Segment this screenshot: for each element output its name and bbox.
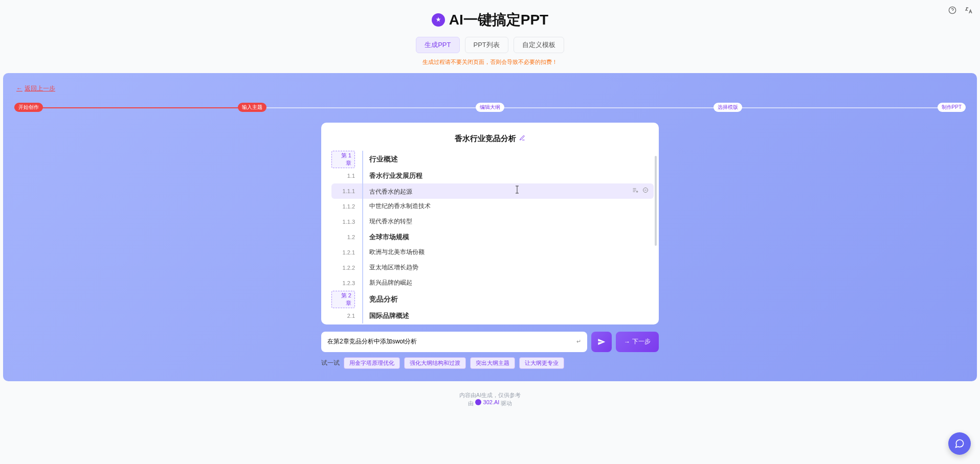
language-icon[interactable]: [963, 4, 975, 16]
prompt-input[interactable]: [327, 332, 576, 352]
edit-title-icon[interactable]: [519, 135, 525, 143]
outline-title: 香水行业竞品分析: [321, 134, 659, 144]
brand-link[interactable]: 302.AI: [475, 399, 500, 405]
step-make: 制作PPT: [938, 103, 966, 112]
row-number: 第 2 章: [331, 291, 362, 308]
outline-row[interactable]: 1.1.2中世纪的香水制造技术: [331, 199, 654, 214]
row-text: 行业概述: [369, 155, 632, 164]
outline-row[interactable]: 1.2.3新兴品牌的崛起: [331, 275, 654, 291]
delete-row-icon[interactable]: [642, 218, 649, 225]
add-row-icon[interactable]: [632, 279, 638, 287]
try-label: 试一试: [321, 359, 340, 367]
delete-row-icon[interactable]: [642, 312, 649, 319]
outline-row[interactable]: 1.1.3现代香水的转型: [331, 214, 654, 229]
row-text: 新兴品牌的崛起: [369, 279, 632, 287]
outline-row[interactable]: 第 2 章竞品分析: [331, 291, 654, 308]
tab-ppt-list[interactable]: PPT列表: [465, 37, 508, 53]
row-text: 中世纪的香水制造技术: [369, 202, 632, 211]
text-cursor-icon: [515, 188, 520, 195]
add-row-icon[interactable]: [632, 264, 638, 271]
suggestion-highlight[interactable]: 突出大纲主题: [470, 357, 515, 369]
add-row-icon[interactable]: [632, 248, 638, 256]
suggestion-structure[interactable]: 强化大纲结构和过渡: [404, 357, 466, 369]
row-text: 亚太地区增长趋势: [369, 263, 632, 272]
tab-generate-ppt[interactable]: 生成PPT: [416, 37, 459, 53]
add-row-icon[interactable]: [632, 295, 638, 303]
outline-row[interactable]: 1.1.1古代香水的起源: [331, 183, 654, 199]
row-text: 国际品牌概述: [369, 311, 632, 320]
outline-row[interactable]: 1.2.2亚太地区增长趋势: [331, 260, 654, 275]
row-number: 1.1.3: [331, 219, 362, 225]
row-text: 全球市场规模: [369, 233, 632, 242]
row-divider: [362, 260, 363, 275]
delete-row-icon[interactable]: [642, 248, 649, 256]
outline-row[interactable]: 1.2.1欧洲与北美市场份额: [331, 245, 654, 260]
row-text: 香水行业发展历程: [369, 171, 632, 180]
back-link[interactable]: ← 返回上一步: [16, 84, 55, 93]
outline-row[interactable]: 1.2全球市场规模: [331, 229, 654, 245]
brand-dot-icon: [475, 399, 481, 405]
add-row-icon[interactable]: [632, 312, 638, 319]
add-row-icon[interactable]: [632, 187, 638, 195]
next-step-button[interactable]: → 下一步: [616, 332, 659, 352]
delete-row-icon[interactable]: [642, 187, 649, 195]
add-row-icon[interactable]: [632, 172, 638, 179]
row-divider: [362, 199, 363, 214]
delete-row-icon[interactable]: [642, 264, 649, 271]
send-button[interactable]: [591, 332, 612, 352]
row-number: 1.1.1: [331, 188, 362, 194]
row-divider: [362, 168, 363, 183]
delete-row-icon[interactable]: [642, 233, 649, 241]
arrow-right-icon: →: [624, 338, 630, 345]
row-divider: [362, 291, 363, 308]
row-divider: [362, 245, 363, 260]
progress-fill: [14, 107, 252, 108]
row-divider: [362, 151, 363, 168]
row-number: 1.1.2: [331, 203, 362, 210]
main-tabs: 生成PPT PPT列表 自定义模板: [0, 37, 980, 53]
row-text: 竞品分析: [369, 295, 632, 304]
row-number: 1.2.1: [331, 249, 362, 256]
step-start: 开始创作: [14, 103, 43, 112]
row-text: 现代香水的转型: [369, 217, 632, 226]
step-topic: 输入主题: [238, 103, 266, 112]
suggestion-pyramid[interactable]: 用金字塔原理优化: [344, 357, 400, 369]
app-logo-icon: [432, 13, 445, 27]
outline-row[interactable]: 第 1 章行业概述: [331, 151, 654, 168]
arrow-left-icon: ←: [16, 85, 23, 92]
row-number: 1.2: [331, 234, 362, 240]
app-title: AI一键搞定PPT: [432, 10, 548, 30]
row-actions: [632, 187, 654, 195]
suggestion-professional[interactable]: 让大纲更专业: [519, 357, 564, 369]
delete-row-icon[interactable]: [642, 155, 649, 163]
outline-list[interactable]: 第 1 章行业概述1.1香水行业发展历程1.1.1古代香水的起源1.1.2中世纪…: [321, 151, 659, 324]
row-text: 欧洲与北美市场份额: [369, 248, 632, 257]
warning-text: 生成过程请不要关闭页面，否则会导致不必要的扣费！: [0, 58, 980, 66]
row-divider: [362, 214, 363, 229]
add-row-icon[interactable]: [632, 218, 638, 225]
row-number: 2.1: [331, 313, 362, 319]
help-icon[interactable]: [946, 4, 959, 16]
add-row-icon[interactable]: [632, 155, 638, 163]
delete-row-icon[interactable]: [642, 202, 649, 210]
add-row-icon[interactable]: [632, 202, 638, 210]
scrollbar[interactable]: [655, 156, 657, 319]
row-divider: [362, 229, 363, 245]
chapter-badge: 第 1 章: [331, 151, 355, 168]
delete-row-icon[interactable]: [642, 295, 649, 303]
row-divider: [362, 183, 363, 199]
row-number: 1.2.3: [331, 280, 362, 286]
row-number: 第 1 章: [331, 151, 362, 168]
tab-custom-template[interactable]: 自定义模板: [514, 37, 564, 53]
prompt-input-container: ↵: [321, 332, 587, 352]
outline-row[interactable]: 1.1香水行业发展历程: [331, 168, 654, 183]
step-outline: 编辑大纲: [476, 103, 504, 112]
row-number: 1.1: [331, 173, 362, 179]
add-row-icon[interactable]: [632, 233, 638, 241]
footer: 内容由AI生成，仅供参考 由 302.AI 驱动: [0, 391, 980, 417]
delete-row-icon[interactable]: [642, 172, 649, 179]
outline-row[interactable]: 2.1国际品牌概述: [331, 308, 654, 323]
row-divider: [362, 275, 363, 291]
delete-row-icon[interactable]: [642, 279, 649, 287]
row-text: 古代香水的起源: [369, 185, 632, 196]
